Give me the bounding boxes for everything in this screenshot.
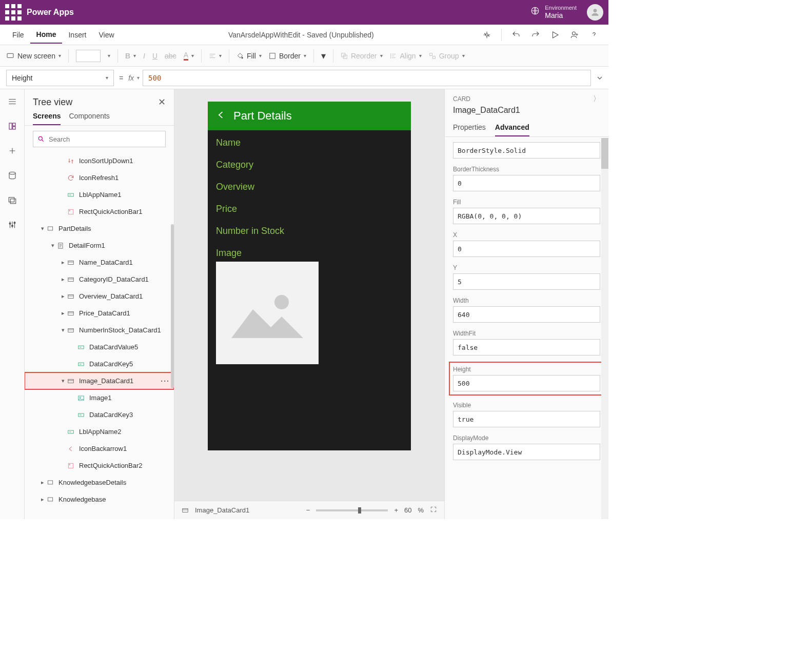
more-icon[interactable]: ···: [161, 377, 170, 385]
canvas-stage[interactable]: Part Details Name Category Overview Pric…: [174, 89, 444, 501]
property-input[interactable]: [453, 241, 600, 257]
tree-item[interactable]: ▾NumberInStock_DataCard1: [25, 322, 174, 339]
tree-item-label: IconRefresh1: [79, 174, 119, 182]
bold-button[interactable]: B▾: [125, 52, 136, 60]
tree-item[interactable]: IconBackarrow1: [25, 440, 174, 457]
tree-item[interactable]: ▾Image_DataCard1···: [25, 372, 174, 389]
chevron-icon[interactable]: ▾: [60, 378, 67, 384]
more-button[interactable]: ▾: [321, 50, 326, 62]
tab-properties[interactable]: Properties: [453, 119, 486, 136]
chevron-icon[interactable]: ▸: [60, 310, 67, 317]
play-icon[interactable]: [550, 30, 560, 40]
chevron-icon[interactable]: ▾: [39, 225, 46, 232]
tree-item[interactable]: RectQuickActionBar1: [25, 203, 174, 220]
tree-view-icon[interactable]: [6, 120, 18, 132]
hamburger-icon[interactable]: [6, 95, 18, 108]
tree-list[interactable]: IconSortUpDown1IconRefresh1LblAppName1Re…: [25, 152, 174, 519]
theme-color-box[interactable]: [76, 50, 101, 62]
chevron-icon[interactable]: ▾: [49, 242, 56, 249]
properties-body[interactable]: BorderThicknessFillXYWidthWidthFitHeight…: [445, 137, 608, 519]
formula-input[interactable]: [143, 70, 591, 86]
share-icon[interactable]: [569, 30, 580, 40]
help-icon[interactable]: [589, 30, 599, 40]
user-avatar[interactable]: [587, 4, 603, 21]
back-arrow-icon[interactable]: [216, 109, 226, 123]
tree-item[interactable]: IconSortUpDown1: [25, 152, 174, 169]
menu-view[interactable]: View: [92, 27, 120, 43]
zoom-in-button[interactable]: +: [394, 506, 398, 514]
chevron-icon[interactable]: ▸: [39, 479, 46, 486]
expand-formula-icon[interactable]: [591, 74, 608, 82]
tree-scrollbar[interactable]: [171, 224, 174, 388]
tree-item[interactable]: ▸CategoryID_DataCard1: [25, 271, 174, 288]
breadcrumb[interactable]: Image_DataCard1: [195, 506, 249, 514]
environment-picker[interactable]: Environment Maria: [530, 5, 577, 20]
menu-insert[interactable]: Insert: [62, 27, 92, 43]
redo-icon[interactable]: [530, 30, 541, 40]
chevron-down-icon[interactable]: ▾: [137, 75, 140, 81]
text-align-button[interactable]: ▾: [209, 52, 222, 60]
tree-item[interactable]: ▸Knowledgebase: [25, 491, 174, 508]
chevron-icon[interactable]: ▸: [60, 259, 67, 266]
property-input[interactable]: [453, 444, 600, 460]
fill-button[interactable]: Fill▾: [236, 52, 262, 60]
tree-item[interactable]: IconRefresh1: [25, 169, 174, 186]
zoom-slider[interactable]: [316, 509, 388, 511]
tree-item[interactable]: ▸KnowledgebaseDetails: [25, 474, 174, 491]
waffle-icon[interactable]: [5, 4, 22, 21]
tree-item[interactable]: LblAppName1: [25, 186, 174, 203]
group-button[interactable]: Group▾: [429, 52, 465, 60]
new-screen-button[interactable]: New screen ▾: [6, 52, 61, 60]
tree-item[interactable]: RectQuickActionBar2: [25, 457, 174, 474]
chevron-icon[interactable]: ▾: [60, 327, 67, 333]
undo-icon[interactable]: [511, 30, 521, 40]
menu-home[interactable]: Home: [30, 26, 63, 44]
property-input[interactable]: [453, 411, 600, 427]
props-scrollbar[interactable]: [601, 138, 608, 519]
italic-button[interactable]: I: [143, 52, 145, 60]
insert-icon[interactable]: [6, 145, 18, 157]
property-input[interactable]: [453, 208, 600, 224]
media-icon[interactable]: [6, 194, 18, 206]
property-input[interactable]: [453, 339, 600, 355]
property-input[interactable]: [453, 375, 600, 391]
app-checker-icon[interactable]: [482, 30, 492, 40]
search-input[interactable]: [33, 131, 166, 147]
fit-screen-icon[interactable]: [430, 506, 437, 515]
tree-item[interactable]: ▾DetailForm1: [25, 237, 174, 254]
property-input[interactable]: [453, 273, 600, 290]
tree-item[interactable]: ▸Overview_DataCard1: [25, 288, 174, 305]
chevron-icon[interactable]: ▸: [39, 496, 46, 503]
chevron-icon[interactable]: ▸: [60, 293, 67, 300]
menu-file[interactable]: File: [6, 27, 30, 43]
property-selector[interactable]: Height ▾: [6, 70, 114, 86]
advanced-tools-icon[interactable]: [6, 219, 18, 231]
tree-item[interactable]: DataCardKey5: [25, 355, 174, 372]
tab-advanced[interactable]: Advanced: [495, 119, 529, 136]
zoom-out-button[interactable]: −: [306, 506, 310, 514]
property-input[interactable]: [453, 142, 600, 159]
reorder-button[interactable]: Reorder▾: [341, 52, 383, 60]
border-button[interactable]: Border▾: [269, 52, 306, 60]
tree-item[interactable]: ▸Name_DataCard1: [25, 254, 174, 271]
tree-item[interactable]: ▸Price_DataCard1: [25, 305, 174, 322]
property-input[interactable]: [453, 175, 600, 191]
font-color-button[interactable]: A▾: [184, 51, 194, 61]
data-icon[interactable]: [6, 169, 18, 182]
chevron-down-icon[interactable]: ▾: [108, 53, 110, 58]
property-input[interactable]: [453, 306, 600, 323]
tab-components[interactable]: Components: [69, 112, 109, 125]
close-icon[interactable]: ✕: [158, 96, 166, 108]
tree-item[interactable]: ▾PartDetails: [25, 220, 174, 237]
chevron-right-icon[interactable]: 〉: [593, 94, 600, 104]
tab-screens[interactable]: Screens: [33, 112, 61, 125]
tree-item[interactable]: Image1: [25, 389, 174, 406]
tree-item[interactable]: LblAppName2: [25, 423, 174, 440]
tree-item[interactable]: DataCardKey3: [25, 406, 174, 423]
tree-item[interactable]: DataCardValue5: [25, 339, 174, 355]
strikethrough-button[interactable]: abc: [165, 52, 176, 60]
underline-button[interactable]: U: [152, 52, 157, 60]
chevron-icon[interactable]: ▸: [60, 276, 67, 283]
fx-icon[interactable]: fx: [128, 74, 134, 82]
align-button[interactable]: Align▾: [390, 52, 422, 60]
